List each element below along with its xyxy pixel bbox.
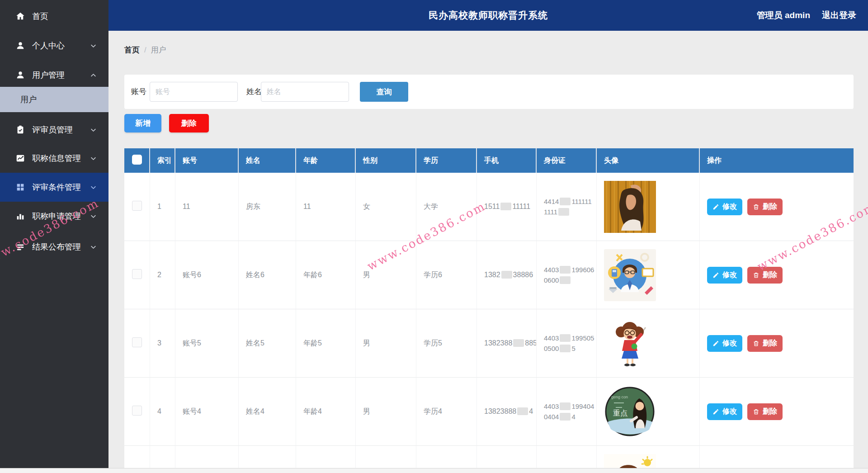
cell-id-card: 440319950505005 — [537, 309, 597, 378]
chevron-down-icon — [90, 127, 97, 133]
cell-account: 账号5 — [175, 309, 239, 378]
chevron-up-icon — [90, 72, 97, 79]
sidebar-item-label: 结果公布管理 — [32, 241, 81, 252]
cell-account: 账号6 — [175, 241, 239, 309]
cell-education: 学历4 — [416, 378, 477, 446]
cell-phone: 1382388885 — [477, 309, 537, 378]
edit-button[interactable]: 修改 — [707, 335, 742, 352]
table-row: 4账号4姓名4年龄4男学历4138238884440319940404044 g… — [124, 378, 854, 446]
chevron-down-icon — [90, 43, 97, 49]
chevron-down-icon — [90, 244, 97, 251]
censored-text — [560, 266, 571, 274]
name-input[interactable] — [261, 82, 349, 102]
logout-button[interactable]: 退出登录 — [822, 9, 856, 21]
column-header: 索引 — [150, 148, 175, 173]
censored-text — [560, 334, 571, 342]
cell-avatar — [597, 173, 700, 241]
delete-button[interactable]: 删除 — [747, 199, 783, 215]
sidebar-item-result-publish-management[interactable]: 结果公布管理 — [0, 232, 108, 261]
current-user-label: 管理员 admin — [757, 9, 810, 21]
row-checkbox[interactable] — [132, 337, 142, 347]
cell-id-card: 44141111111111 — [537, 173, 597, 241]
sidebar-item-personal-center[interactable]: 个人中心 — [0, 31, 108, 60]
row-checkbox-cell — [124, 309, 150, 378]
sidebar-item-review-condition-management[interactable]: 评审条件管理 — [0, 173, 108, 202]
user-table: 索引账号姓名年龄性别学历手机身份证头像操作111房东11女大学151111111… — [124, 148, 854, 473]
edit-button[interactable]: 修改 — [707, 267, 742, 284]
censored-text — [501, 271, 512, 279]
query-button[interactable]: 查询 — [360, 82, 408, 102]
add-button[interactable]: 新增 — [124, 114, 161, 132]
sidebar-item-label: 个人中心 — [32, 40, 65, 51]
edit-button[interactable]: 修改 — [707, 403, 742, 420]
delete-button[interactable]: 删除 — [747, 403, 783, 420]
trend-image-icon — [15, 153, 25, 163]
teacher-woman-cartoon-avatar — [604, 317, 656, 369]
column-header: 账号 — [175, 148, 239, 173]
pencil-icon — [712, 272, 719, 279]
cell-gender: 女 — [356, 173, 416, 241]
sidebar-item-user-management[interactable]: 用户管理 — [0, 61, 108, 90]
cell-education: 大学 — [416, 173, 477, 241]
horizontal-scrollbar[interactable] — [0, 468, 868, 473]
cell-index: 3 — [150, 309, 175, 378]
grid-icon — [15, 182, 25, 192]
sidebar-item-label: 首页 — [32, 11, 48, 22]
column-header: 操作 — [700, 148, 854, 173]
breadcrumb: 首页 / 用户 — [124, 45, 166, 55]
breadcrumb-separator: / — [144, 46, 146, 55]
cell-education: 学历5 — [416, 309, 477, 378]
select-all-checkbox[interactable] — [132, 155, 142, 165]
account-label: 账号 — [131, 82, 146, 102]
table-row: 3账号5姓名5年龄5男学历51382388885440319950505005 … — [124, 309, 854, 378]
sidebar-item-label: 评审员管理 — [32, 124, 73, 135]
column-header: 头像 — [597, 148, 700, 173]
cell-actions: 修改删除 — [700, 241, 854, 309]
delete-button[interactable]: 删除 — [747, 267, 783, 284]
cell-age: 年龄4 — [296, 378, 356, 446]
cell-name: 姓名6 — [239, 241, 296, 309]
batch-delete-button[interactable]: 删除 — [169, 114, 209, 132]
censored-text — [517, 407, 528, 415]
row-checkbox-cell — [124, 173, 150, 241]
cell-phone: 138238886 — [477, 241, 537, 309]
sidebar-item-reviewer-management[interactable]: 评审员管理 — [0, 115, 108, 144]
cell-index: 4 — [150, 378, 175, 446]
column-header: 手机 — [477, 148, 537, 173]
app-window: 首页 个人中心 用户管理 用户 评 — [0, 0, 868, 473]
delete-button[interactable]: 删除 — [747, 335, 783, 352]
sidebar: 首页 个人中心 用户管理 用户 评 — [0, 0, 108, 468]
censored-text — [560, 345, 571, 352]
cell-education: 学历6 — [416, 241, 477, 309]
cell-actions: 修改删除 — [700, 173, 854, 241]
account-input[interactable] — [150, 82, 238, 102]
breadcrumb-home[interactable]: 首页 — [124, 45, 140, 55]
sidebar-subitem-label: 用户 — [0, 94, 37, 105]
sidebar-subitem-user[interactable]: 用户 — [0, 87, 108, 112]
row-checkbox-cell — [124, 378, 150, 446]
edit-button[interactable]: 修改 — [707, 199, 742, 215]
trash-icon — [753, 340, 760, 347]
cell-gender: 男 — [356, 309, 416, 378]
censored-text — [500, 203, 511, 210]
sidebar-item-title-application-management[interactable]: 职称申请管理 — [0, 202, 108, 231]
sidebar-item-title-info-management[interactable]: 职称信息管理 — [0, 144, 108, 173]
svg-text:重点: 重点 — [613, 409, 627, 417]
cell-gender: 男 — [356, 378, 416, 446]
cell-name: 房东 — [239, 173, 296, 241]
row-checkbox[interactable] — [132, 201, 142, 211]
cell-actions: 修改删除 — [700, 378, 854, 446]
censored-text — [513, 339, 524, 347]
row-checkbox[interactable] — [132, 269, 142, 279]
home-icon — [15, 11, 25, 21]
cell-age: 11 — [296, 173, 356, 241]
censored-text — [560, 276, 571, 284]
cell-phone: 151111111 — [477, 173, 537, 241]
sidebar-item-home[interactable]: 首页 — [0, 2, 108, 31]
bar-chart-icon — [15, 211, 25, 221]
cell-avatar — [597, 241, 700, 309]
user-table-container: 索引账号姓名年龄性别学历手机身份证头像操作111房东11女大学151111111… — [124, 148, 854, 473]
breadcrumb-current: 用户 — [151, 45, 166, 55]
row-checkbox[interactable] — [132, 406, 142, 416]
trash-icon — [753, 408, 760, 415]
